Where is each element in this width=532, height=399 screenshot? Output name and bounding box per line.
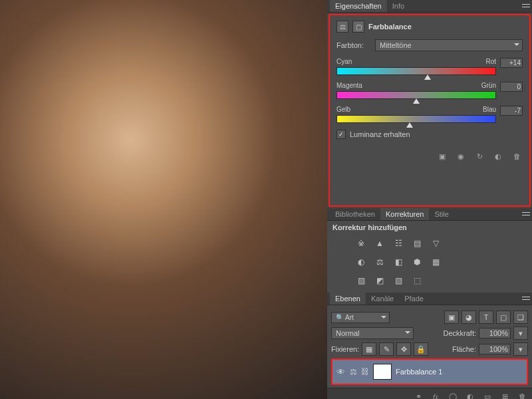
label-magenta: Magenta (336, 82, 362, 89)
filter-shape-icon[interactable]: ▢ (496, 311, 511, 324)
layer-mask-thumb[interactable] (373, 364, 392, 380)
thumb-yellow-blue[interactable] (406, 122, 413, 128)
correction-icons-row1: ※ ▲ ☷ ▤ ▽ (327, 234, 532, 253)
label-gelb: Gelb (336, 106, 350, 113)
layers-panel: 🔍Art ▣ ◕ T ▢ ❏ Normal Deckkraft: 100% ▾ … (327, 305, 532, 388)
layer-filter-dropdown[interactable]: 🔍Art (331, 312, 390, 323)
document-preview[interactable] (0, 0, 327, 399)
add-mask-icon[interactable]: ◯ (447, 391, 459, 399)
layer-visibility-icon[interactable]: 👁 (335, 367, 346, 377)
delete-layer-icon[interactable]: 🗑 (516, 391, 528, 399)
adjustment-title: Farbbalance (368, 23, 412, 31)
threshold-icon[interactable]: ▧ (391, 274, 406, 287)
value-yellow-blue[interactable] (500, 106, 523, 116)
fill-value[interactable]: 100% (479, 344, 511, 354)
layer-name-label[interactable]: Farbbalance 1 (396, 368, 442, 376)
thumb-cyan-red[interactable] (424, 74, 431, 80)
corrections-panel: Korrektur hinzufügen ※ ▲ ☷ ▤ ▽ ◐ ⚖ ◧ ⬢ ▦… (327, 221, 532, 293)
view-previous-icon[interactable]: ◉ (455, 151, 467, 162)
posterize-icon[interactable]: ◩ (372, 274, 387, 287)
reset-icon[interactable]: ↻ (473, 151, 485, 162)
new-adjustment-icon[interactable]: ◐ (464, 391, 476, 399)
new-group-icon[interactable]: ▭ (481, 391, 493, 399)
filter-adjust-icon[interactable]: ◕ (462, 311, 476, 324)
value-magenta-green[interactable] (500, 82, 523, 92)
opacity-label: Deckkraft: (443, 329, 476, 337)
tab-korrekturen[interactable]: Korrekturen (380, 208, 429, 220)
properties-panel-tabs: Eigenschaften Info (327, 0, 532, 13)
track-yellow-blue[interactable] (336, 115, 496, 123)
value-cyan-red[interactable] (500, 58, 523, 68)
preserve-luminance-row: ✓ Luminanz erhalten (336, 130, 523, 139)
photo-filter-icon[interactable]: ⬢ (410, 255, 424, 269)
panel-menu-icon[interactable] (521, 210, 531, 219)
label-gruen: Grün (481, 82, 496, 89)
lock-fill-row: Fixieren: ▦ ✎ ✥ 🔒 Fläche: 100% ▾ (331, 342, 528, 356)
brightness-contrast-icon[interactable]: ※ (354, 237, 368, 250)
opacity-flyout-icon[interactable]: ▾ (513, 327, 528, 340)
tone-row: Farbton: Mitteltöne (336, 39, 523, 51)
layer-style-icon[interactable]: 𝑓𝑥 (430, 391, 442, 399)
adjustment-title-row: ⚖ ▢ Farbbalance (336, 21, 523, 33)
tab-kanaele[interactable]: Kanäle (366, 293, 399, 305)
tab-ebenen[interactable]: Ebenen (330, 293, 366, 305)
preserve-luminance-label: Luminanz erhalten (350, 130, 410, 138)
black-white-icon[interactable]: ◧ (391, 255, 406, 269)
properties-footer: ▣ ◉ ↻ ◐ 🗑 (336, 151, 523, 162)
filter-pixel-icon[interactable]: ▣ (444, 311, 459, 324)
correction-icons-row3: ▨ ◩ ▧ ⬚ (327, 271, 532, 290)
visibility-icon[interactable]: ◐ (492, 151, 504, 162)
track-magenta-green[interactable] (336, 91, 496, 99)
slider-magenta-green: Magenta Grün (336, 82, 523, 99)
blend-mode-dropdown[interactable]: Normal (331, 327, 414, 339)
slider-cyan-red: Cyan Rot (336, 58, 523, 75)
tab-bibliotheken[interactable]: Bibliotheken (330, 208, 380, 220)
thumb-magenta-green[interactable] (413, 98, 420, 104)
lock-transparency-icon[interactable]: ▦ (362, 342, 376, 356)
tab-eigenschaften[interactable]: Eigenschaften (330, 0, 387, 12)
link-layers-icon[interactable]: ⚭ (412, 391, 424, 399)
panel-menu-icon[interactable] (521, 2, 531, 11)
color-balance-icon[interactable]: ⚖ (372, 255, 387, 269)
right-panels: Eigenschaften Info ⚖ ▢ Farbbalance Farbt… (327, 0, 532, 399)
invert-icon[interactable]: ▨ (354, 274, 368, 287)
tab-info[interactable]: Info (387, 0, 410, 12)
filter-smart-icon[interactable]: ❏ (513, 311, 528, 324)
corrections-panel-tabs: Bibliotheken Korrekturen Stile (327, 208, 532, 221)
tone-label: Farbton: (336, 41, 371, 49)
tab-pfade[interactable]: Pfade (399, 293, 429, 305)
layer-filter-value: Art (345, 314, 354, 321)
trash-icon[interactable]: 🗑 (511, 151, 523, 162)
mask-icon: ▢ (352, 21, 364, 33)
track-cyan-red[interactable] (336, 67, 496, 75)
tone-dropdown-value: Mitteltöne (380, 41, 412, 49)
label-cyan: Cyan (336, 58, 352, 65)
filter-type-icon[interactable]: T (479, 311, 493, 324)
vibrance-icon[interactable]: ▽ (428, 237, 443, 250)
levels-icon[interactable]: ▲ (372, 237, 387, 250)
slider-yellow-blue: Gelb Blau (336, 106, 523, 123)
fill-flyout-icon[interactable]: ▾ (513, 342, 528, 356)
new-layer-icon[interactable]: ⊞ (499, 391, 511, 399)
preserve-luminance-checkbox[interactable]: ✓ (336, 130, 346, 139)
curves-icon[interactable]: ☷ (391, 237, 406, 250)
panel-menu-icon[interactable] (521, 295, 531, 304)
tab-stile[interactable]: Stile (429, 208, 454, 220)
hue-sat-icon[interactable]: ◐ (354, 255, 368, 269)
label-rot: Rot (485, 58, 496, 65)
layer-row-farbbalance[interactable]: 👁 ⚖ ⛓ Farbbalance 1 (331, 358, 528, 385)
fill-label: Fläche: (452, 345, 476, 353)
clip-icon[interactable]: ▣ (436, 151, 448, 162)
layers-panel-tabs: Ebenen Kanäle Pfade (327, 293, 532, 305)
lock-pixels-icon[interactable]: ✎ (379, 342, 394, 356)
blend-mode-value: Normal (336, 329, 359, 337)
exposure-icon[interactable]: ▤ (410, 237, 424, 250)
label-blau: Blau (483, 106, 496, 113)
lock-position-icon[interactable]: ✥ (396, 342, 411, 356)
gradient-map-icon[interactable]: ⬚ (410, 274, 424, 287)
opacity-value[interactable]: 100% (479, 328, 511, 338)
channel-mixer-icon[interactable]: ▦ (428, 255, 443, 269)
layer-adjustment-icon: ⚖ (350, 367, 357, 376)
tone-dropdown[interactable]: Mitteltöne (375, 39, 523, 51)
lock-all-icon[interactable]: 🔒 (414, 342, 428, 356)
